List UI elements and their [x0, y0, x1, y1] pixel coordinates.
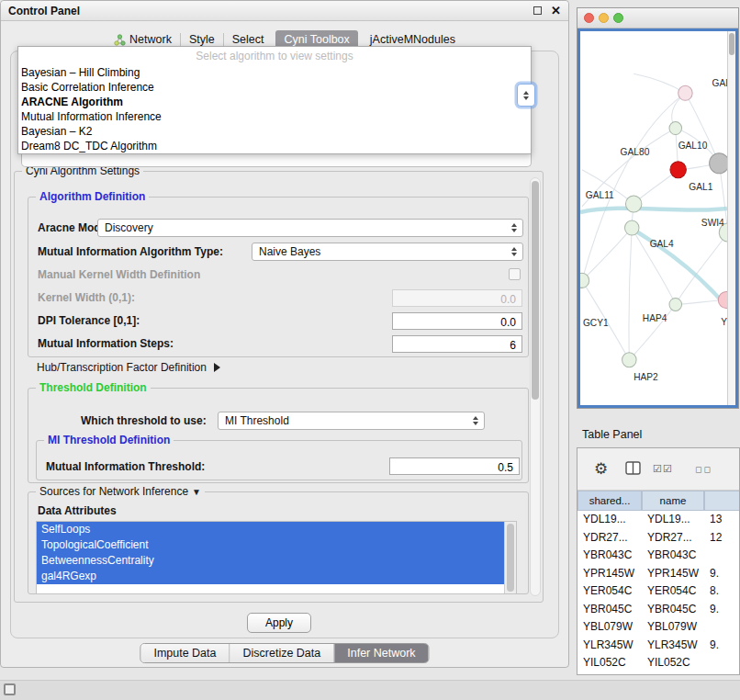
- network-node[interactable]: [670, 162, 686, 178]
- apply-button[interactable]: Apply: [247, 613, 311, 633]
- cell: YBR043C: [577, 547, 642, 565]
- table-row[interactable]: YDL19... YDL19... 13: [577, 511, 739, 529]
- algorithm-definition-title: Algorithm Definition: [36, 190, 149, 203]
- expand-arrow-icon: [214, 363, 220, 372]
- status-bar: [0, 680, 740, 700]
- table-row[interactable]: YBL079W YBL079W: [577, 618, 739, 637]
- table-panel-window: ⚙ ☑☑ ◻◻ shared... name YDL19... YDL19...…: [577, 447, 740, 675]
- which-threshold-select[interactable]: MI Threshold: [218, 412, 485, 430]
- network-node[interactable]: [624, 220, 639, 235]
- list-item[interactable]: TopologicalCoefficient: [37, 537, 504, 553]
- cell: 12: [704, 529, 740, 548]
- list-item[interactable]: BetweennessCentrality: [37, 553, 504, 569]
- table-row[interactable]: YPR145W YPR145W 9.: [577, 565, 739, 583]
- table-row[interactable]: YBR043C YBR043C: [577, 547, 739, 565]
- network-node[interactable]: [669, 121, 682, 134]
- combo-arrows-icon: [507, 245, 521, 258]
- table-row[interactable]: YIL052C YIL052C: [577, 654, 739, 672]
- zoom-traffic-light[interactable]: [613, 13, 623, 23]
- deselect-all-icon[interactable]: ◻◻: [695, 465, 712, 474]
- manual-kernel-checkbox[interactable]: [509, 268, 521, 280]
- table-row[interactable]: YDR27... YDR27... 12: [577, 529, 739, 548]
- network-node[interactable]: [718, 291, 727, 308]
- columns-icon[interactable]: [625, 461, 641, 475]
- dpi-tolerance-label: DPI Tolerance [0,1]:: [38, 314, 140, 327]
- tab-cyni-toolbox-label: Cyni Toolbox: [284, 33, 349, 46]
- tab-jactivemnodules-label: jActiveMNodules: [370, 33, 455, 46]
- cell: YBR045C: [577, 601, 642, 619]
- gear-icon[interactable]: ⚙: [594, 459, 608, 479]
- network-scrollbar[interactable]: [727, 31, 735, 405]
- collapse-arrow-icon: ▼: [192, 487, 201, 497]
- mi-algorithm-type-select[interactable]: Naive Bayes: [252, 243, 523, 261]
- network-node[interactable]: [678, 85, 693, 100]
- network-window-titlebar: [577, 8, 738, 28]
- algorithm-combo-button[interactable]: [517, 84, 535, 107]
- list-item[interactable]: gal4RGexp: [37, 569, 504, 584]
- close-traffic-light[interactable]: [584, 13, 594, 23]
- dropdown-item[interactable]: Basic Correlation Inference: [18, 80, 531, 95]
- node-label: GAL10: [678, 140, 708, 150]
- dropdown-item[interactable]: Dream8 DC_TDC Algorithm: [18, 139, 531, 153]
- algorithm-dropdown-popup: Select algorithm to view settings Bayesi…: [17, 46, 532, 154]
- data-attributes-list[interactable]: SelfLoops TopologicalCoefficient Between…: [36, 521, 517, 594]
- node-label: HAP4: [643, 312, 667, 322]
- checked-box-glyph: ☑: [653, 463, 663, 474]
- tab-infer-network[interactable]: Infer Network: [334, 644, 428, 662]
- network-node[interactable]: [625, 196, 641, 212]
- select-all-icon[interactable]: ☑☑: [653, 463, 673, 475]
- node-label: GAL4: [650, 239, 674, 249]
- list-scrollbar-thumb[interactable]: [507, 524, 514, 592]
- float-window-icon[interactable]: [533, 6, 542, 15]
- tab-discretize-data[interactable]: Discretize Data: [230, 644, 335, 662]
- tab-network-label: Network: [129, 33, 172, 46]
- dropdown-item-selected[interactable]: ARACNE Algorithm: [18, 95, 531, 109]
- minimize-traffic-light[interactable]: [599, 13, 609, 23]
- cell: YIL052C: [577, 654, 642, 672]
- window-title: Control Panel: [8, 5, 80, 17]
- cell: 9.: [704, 601, 740, 619]
- mi-threshold-definition-title: MI Threshold Definition: [44, 434, 174, 446]
- algorithm-definition-group: Algorithm Definition Aracne Mode: Discov…: [28, 197, 529, 357]
- cell: YPR145W: [577, 565, 642, 583]
- empty-box-glyph: ◻: [703, 465, 712, 474]
- threshold-definition-group: Threshold Definition Which threshold to …: [28, 388, 529, 483]
- column-header-name[interactable]: name: [642, 491, 704, 511]
- mi-threshold-input[interactable]: [389, 457, 520, 475]
- network-scrollbar-thumb[interactable]: [729, 33, 734, 55]
- network-node[interactable]: [622, 353, 637, 367]
- network-node[interactable]: [669, 298, 682, 310]
- settings-scrollbar[interactable]: [530, 177, 541, 596]
- column-header-shared-name[interactable]: shared...: [577, 491, 642, 511]
- network-view-window: GAL80 GAL10 GAL11 GAL1 SWI4 GAL4 GCY1 HA…: [577, 7, 739, 409]
- settings-scrollbar-thumb[interactable]: [532, 181, 539, 400]
- tab-impute-data[interactable]: Impute Data: [140, 644, 230, 662]
- dropdown-item[interactable]: Mutual Information Inference: [18, 109, 531, 124]
- network-node[interactable]: [710, 153, 727, 174]
- dropdown-item[interactable]: Bayesian – Hill Climbing: [18, 65, 531, 80]
- table-panel-title: Table Panel: [582, 428, 642, 441]
- list-scrollbar[interactable]: [504, 522, 516, 593]
- table-row[interactable]: YBR045C YBR045C 9.: [577, 601, 739, 619]
- checked-box-glyph: ☑: [663, 463, 673, 474]
- dpi-tolerance-input[interactable]: [392, 312, 522, 330]
- table-row[interactable]: YER054C YER054C 8.: [577, 582, 739, 601]
- sources-group-title[interactable]: Sources for Network Inference▼: [36, 485, 205, 499]
- dropdown-item[interactable]: Bayesian – K2: [18, 124, 531, 139]
- cell: YDR27...: [642, 529, 704, 548]
- column-header-partial[interactable]: [704, 491, 740, 511]
- restore-window-icon[interactable]: [4, 683, 16, 695]
- hub-definition-expander[interactable]: Hub/Transcription Factor Definition: [37, 361, 220, 374]
- network-node-labels: GAL80 GAL10 GAL11 GAL1 SWI4 GAL4 GCY1 HA…: [583, 78, 727, 382]
- cell: 9.: [704, 565, 740, 583]
- table-body: YDL19... YDL19... 13 YDR27... YDR27... 1…: [577, 511, 739, 674]
- list-item[interactable]: SelfLoops: [37, 522, 504, 537]
- network-canvas[interactable]: GAL80 GAL10 GAL11 GAL1 SWI4 GAL4 GCY1 HA…: [577, 28, 738, 408]
- cell: YBL079W: [642, 618, 704, 637]
- table-row[interactable]: YLR345W YLR345W 9.: [577, 637, 739, 655]
- kernel-width-input[interactable]: [392, 289, 522, 307]
- aracne-mode-select[interactable]: Discovery: [97, 219, 523, 237]
- cell: [704, 654, 740, 672]
- close-icon[interactable]: ✕: [551, 5, 561, 17]
- mi-steps-input[interactable]: [392, 335, 522, 353]
